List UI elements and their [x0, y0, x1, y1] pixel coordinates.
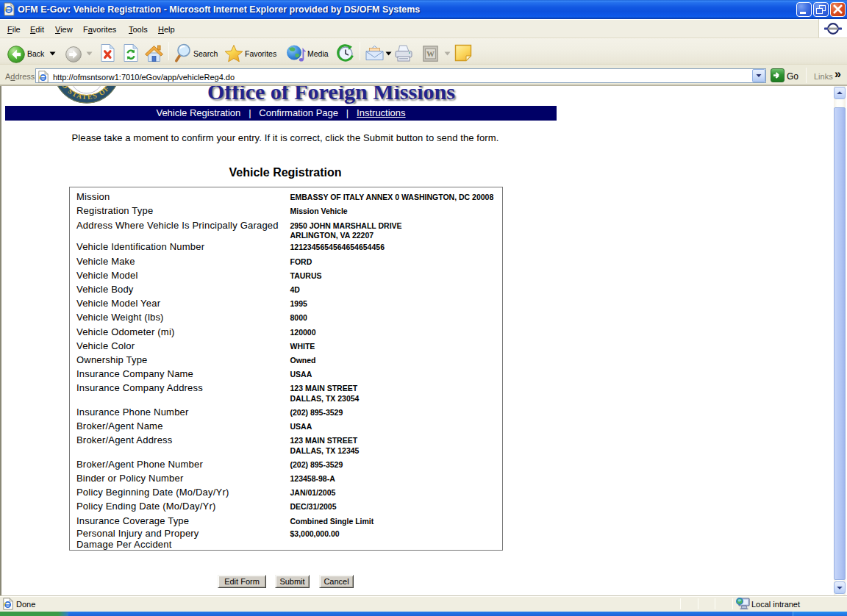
- svg-text:W: W: [426, 49, 435, 58]
